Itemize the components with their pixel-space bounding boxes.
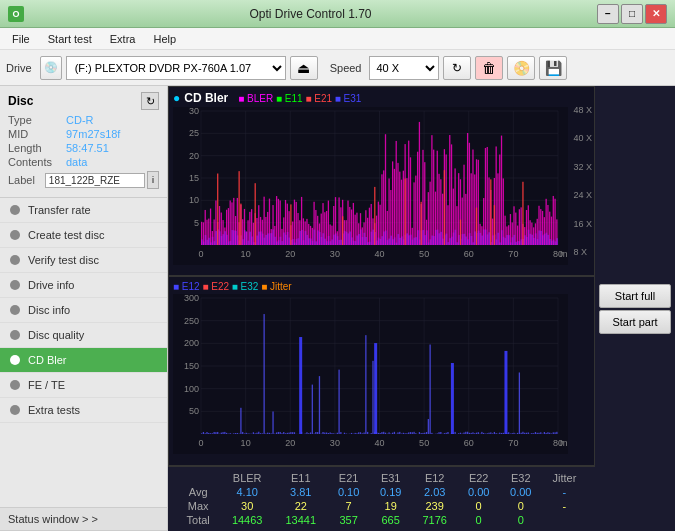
menu-help[interactable]: Help [145,31,184,47]
speed-select[interactable]: 40 X [369,56,439,80]
sidebar-icon [8,278,22,292]
table-cell: 0.00 [500,485,542,499]
table-header: E11 [274,471,328,485]
clear-button[interactable]: 🗑 [475,56,503,80]
right-buttons-panel: Start full Start part [595,86,675,531]
maximize-button[interactable]: □ [621,4,643,24]
table-body: Avg4.103.810.100.192.030.000.00-Max30227… [176,485,587,527]
mid-label: MID [8,128,66,140]
data-table: BLERE11E21E31E12E22E32Jitter Avg4.103.81… [176,471,587,527]
svg-point-8 [10,405,20,415]
main-area: Disc ↻ Type CD-R MID 97m27s18f Length 58… [0,86,675,531]
sidebar-item-label: FE / TE [28,379,65,391]
sidebar-item-label: Disc info [28,304,70,316]
sidebar-item-transfer-rate[interactable]: Transfer rate [0,198,167,223]
table-header: E31 [370,471,412,485]
table-cell: 30 [220,499,274,513]
window-controls: − □ ✕ [597,4,667,24]
table-cell: - [542,499,587,513]
disc-panel: Disc ↻ Type CD-R MID 97m27s18f Length 58… [0,86,167,198]
eject-button[interactable]: ⏏ [290,56,318,80]
sidebar: Disc ↻ Type CD-R MID 97m27s18f Length 58… [0,86,168,531]
type-label: Type [8,114,66,126]
sidebar-icon [8,228,22,242]
sidebar-icon [8,303,22,317]
status-window-label: Status window > > [8,513,98,525]
app-icon: O [8,6,24,22]
sidebar-item-label: Disc quality [28,329,84,341]
table-cell: 0 [500,499,542,513]
table-cell: 3.81 [274,485,328,499]
minimize-button[interactable]: − [597,4,619,24]
drive-select[interactable]: (F:) PLEXTOR DVDR PX-760A 1.07 [66,56,286,80]
table-cell: 0.00 [458,485,500,499]
table-cell: 0.10 [328,485,370,499]
sidebar-item-verify-test-disc[interactable]: Verify test disc [0,248,167,273]
label-input[interactable] [45,173,145,188]
svg-point-3 [10,280,20,290]
sidebar-item-label: Create test disc [28,229,104,241]
table-cell [542,513,587,527]
sidebar-item-cd-bler[interactable]: CD Bler [0,348,167,373]
chart1-title: ● CD Bler ■ BLER ■ E11 ■ E21 ■ E31 [173,91,590,105]
toolbar: Drive 💿 (F:) PLEXTOR DVDR PX-760A 1.07 ⏏… [0,50,675,86]
sidebar-item-extra-tests[interactable]: Extra tests [0,398,167,423]
save-button[interactable]: 💾 [539,56,567,80]
sidebar-item-label: Extra tests [28,404,80,416]
table-header: Jitter [542,471,587,485]
table-header: E22 [458,471,500,485]
row-label: Max [176,499,220,513]
sidebar-items: Transfer rateCreate test discVerify test… [0,198,167,423]
table-header: BLER [220,471,274,485]
sidebar-item-disc-quality[interactable]: Disc quality [0,323,167,348]
status-bar-bottom: Status window > > [0,507,167,531]
close-button[interactable]: ✕ [645,4,667,24]
svg-point-2 [10,255,20,265]
sidebar-item-create-test-disc[interactable]: Create test disc [0,223,167,248]
svg-point-7 [10,380,20,390]
sidebar-icon [8,353,22,367]
row-label: Total [176,513,220,527]
start-part-button[interactable]: Start part [599,310,671,334]
table-cell: 7176 [412,513,458,527]
menu-start-test[interactable]: Start test [40,31,100,47]
table-row: Avg4.103.810.100.192.030.000.00- [176,485,587,499]
status-window-button[interactable]: Status window > > [0,507,167,531]
e12-legend: ■ E12 ■ E22 ■ E32 ■ Jitter [173,281,292,292]
svg-point-6 [10,355,20,365]
table-header [176,471,220,485]
table-cell: 0 [458,499,500,513]
menu-file[interactable]: File [4,31,38,47]
svg-point-5 [10,330,20,340]
eject2-button[interactable]: 📀 [507,56,535,80]
label-label: Label [8,174,45,186]
label-info-button[interactable]: i [147,171,159,189]
table-cell: 22 [274,499,328,513]
table-cell: - [542,485,587,499]
data-table-area: BLERE11E21E31E12E22E32Jitter Avg4.103.81… [168,466,595,531]
table-cell: 14463 [220,513,274,527]
bler-legend: ■ BLER ■ E11 ■ E21 ■ E31 [238,93,361,104]
chart1-title-text: CD Bler [184,91,228,105]
table-header: E32 [500,471,542,485]
disc-refresh-button[interactable]: ↻ [141,92,159,110]
drive-icon-btn: 💿 [40,56,62,80]
start-full-button[interactable]: Start full [599,284,671,308]
svg-point-1 [10,230,20,240]
refresh-speed-button[interactable]: ↻ [443,56,471,80]
disc-title: Disc [8,94,33,108]
menu-extra[interactable]: Extra [102,31,144,47]
sidebar-item-drive-info[interactable]: Drive info [0,273,167,298]
sidebar-item-disc-info[interactable]: Disc info [0,298,167,323]
e12-chart-container: ■ E12 ■ E22 ■ E32 ■ Jitter [168,276,595,466]
drive-label: Drive [6,62,32,74]
table-header-row: BLERE11E21E31E12E22E32Jitter [176,471,587,485]
sidebar-icon [8,328,22,342]
sidebar-item-fe---te[interactable]: FE / TE [0,373,167,398]
sidebar-item-label: CD Bler [28,354,67,366]
length-value: 58:47.51 [66,142,109,154]
table-cell: 0 [500,513,542,527]
sidebar-item-label: Verify test disc [28,254,99,266]
title-bar: O Opti Drive Control 1.70 − □ ✕ [0,0,675,28]
chart-and-buttons-area: ● CD Bler ■ BLER ■ E11 ■ E21 ■ E31 48 X4… [168,86,675,531]
